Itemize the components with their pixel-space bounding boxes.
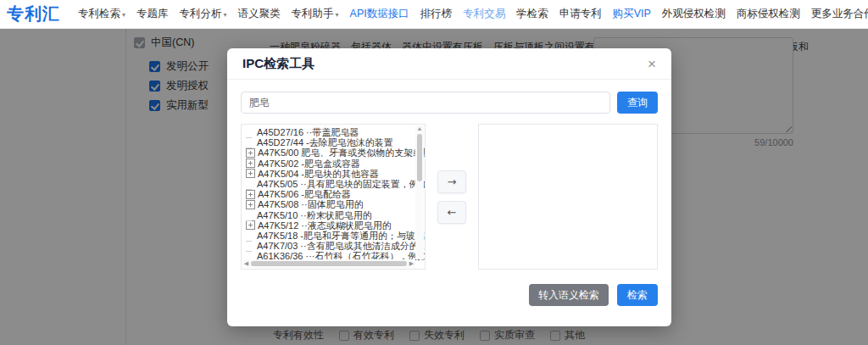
nav-label: 学检索 bbox=[516, 7, 548, 21]
expand-plus-icon[interactable] bbox=[246, 169, 255, 178]
keyword-input[interactable] bbox=[241, 92, 610, 114]
tree-item-label: A47K5/02 -肥皂盒或容器 bbox=[258, 159, 360, 169]
tree-item-label: A47K5/05 ··具有肥皂块的固定装置，例如夹子、栓、 bbox=[257, 179, 426, 189]
nav-label: 专题库 bbox=[136, 7, 169, 21]
nav-trademark-infringement[interactable]: 商标侵权检测 bbox=[737, 7, 800, 21]
nav-label: 购买VIP bbox=[613, 7, 651, 21]
tree-item[interactable]: A47K5/10 ··粉末状肥皂用的 bbox=[245, 210, 415, 220]
nav-buy-vip[interactable]: 购买VIP bbox=[613, 7, 651, 21]
semantic-search-button[interactable]: 转入语义检索 bbox=[529, 284, 609, 306]
nav-label: 专利交易 bbox=[463, 7, 505, 21]
top-navbar: 专利汇 专利检索▾ 专题库 专利分析▾ 语义聚类 专利助手▾ API数据接口 排… bbox=[0, 0, 868, 29]
nav-topic-library[interactable]: 专题库 bbox=[136, 7, 169, 21]
search-row: 查询 bbox=[227, 80, 671, 124]
nav-label: 专利分析 bbox=[180, 7, 222, 21]
search-button[interactable]: 检索 bbox=[617, 284, 658, 306]
tree-item[interactable]: A47K5/05 ··具有肥皂块的固定装置，例如夹子、栓、 bbox=[245, 179, 415, 189]
scroll-right-icon[interactable]: ▶ bbox=[408, 260, 415, 267]
dialog-footer: 转入语义检索 检索 bbox=[227, 270, 671, 306]
tree-item-label: A47K5/04 -肥皂块的其他容器 bbox=[258, 169, 379, 179]
nav-label: API数据接口 bbox=[350, 7, 409, 21]
nav-patent-search[interactable]: 专利检索▾ bbox=[78, 7, 125, 21]
tree-item[interactable]: A47K5/18 -肥皂和牙膏等通用的；与玻璃杯、牙刷等 bbox=[245, 231, 415, 241]
tree-item-label: A47K5/18 -肥皂和牙膏等通用的；与玻璃杯、牙刷等 bbox=[257, 231, 426, 241]
tree-item-label: A45D27/16 ··带盖肥皂器 bbox=[257, 127, 359, 137]
chevron-down-icon: ▾ bbox=[336, 11, 339, 19]
query-button[interactable]: 查询 bbox=[617, 92, 658, 114]
scroll-left-icon[interactable]: ◀ bbox=[242, 260, 250, 267]
scroll-up-icon[interactable]: ▲ bbox=[417, 125, 423, 132]
scrollbar-thumb[interactable] bbox=[417, 134, 422, 181]
selected-ipc-panel[interactable] bbox=[478, 124, 658, 270]
vertical-scrollbar[interactable]: ▲ bbox=[415, 125, 424, 259]
nav-label: 排行榜 bbox=[420, 7, 453, 21]
tree-item-label: A47K5/08 ··固体肥皂用的 bbox=[258, 199, 364, 209]
nav-apply-patent[interactable]: 申请专利 bbox=[559, 7, 602, 21]
nav-label: 更多业务合作 bbox=[811, 7, 868, 21]
nav-label: 申请专利 bbox=[559, 7, 602, 21]
tree-item[interactable]: A47K5/02 -肥皂盒或容器 bbox=[245, 159, 415, 169]
tree-item-label: A45D27/44 -去除肥皂泡沫的装置 bbox=[257, 137, 393, 147]
nav-patent-trade[interactable]: 专利交易 bbox=[463, 7, 505, 21]
nav-label: 专利检索 bbox=[78, 7, 120, 21]
tree-item[interactable]: A47K5/04 -肥皂块的其他容器 bbox=[245, 169, 415, 179]
expand-plus-icon[interactable] bbox=[246, 200, 255, 209]
close-icon[interactable]: × bbox=[648, 57, 656, 71]
nav-label: 外观侵权检测 bbox=[662, 7, 726, 21]
nav-semantic-cluster[interactable]: 语义聚类 bbox=[238, 7, 281, 21]
chevron-down-icon: ▾ bbox=[122, 11, 125, 19]
dialog-body: A45D27/16 ··带盖肥皂器 A45D27/44 -去除肥皂泡沫的装置 A… bbox=[227, 124, 671, 270]
move-right-button[interactable]: → bbox=[437, 170, 466, 193]
expand-plus-icon[interactable] bbox=[246, 190, 255, 199]
tree-item[interactable]: A47K5/00 肥皂、牙膏或类似物的支架或配给器 bbox=[245, 147, 415, 158]
expand-plus-icon[interactable] bbox=[246, 220, 255, 230]
tree-item[interactable]: A45D27/44 -去除肥皂泡沫的装置 bbox=[245, 137, 415, 147]
nav-patent-analysis[interactable]: 专利分析▾ bbox=[180, 7, 227, 21]
site-logo[interactable]: 专利汇 bbox=[7, 3, 60, 25]
tree-item[interactable]: A47K7/03 ··含有肥皂或其他清洁成分的，例如浸渍式 bbox=[245, 241, 415, 251]
tree-item[interactable]: A45D27/16 ··带盖肥皂器 bbox=[245, 127, 415, 137]
dialog-header: IPC检索工具 × bbox=[227, 48, 671, 80]
horizontal-scrollbar[interactable]: ◀ ▶ bbox=[242, 259, 415, 268]
move-left-button[interactable]: ← bbox=[437, 201, 466, 224]
transfer-controls: → ← bbox=[426, 124, 478, 270]
nav-more-business[interactable]: 更多业务合作 bbox=[811, 7, 868, 21]
scrollbar-thumb[interactable] bbox=[251, 261, 407, 266]
tree-item[interactable]: A47K5/06 -肥皂配给器 bbox=[245, 189, 415, 199]
nav-design-infringement[interactable]: 外观侵权检测 bbox=[662, 7, 726, 21]
nav-learn-search[interactable]: 学检索 bbox=[516, 7, 548, 21]
nav-patent-assistant[interactable]: 专利助手▾ bbox=[292, 7, 339, 21]
tree-item[interactable]: A47K5/12 ··液态或糊状肥皂用的 bbox=[245, 220, 415, 231]
tree-item-label: A47K5/06 -肥皂配给器 bbox=[258, 189, 351, 199]
expand-plus-icon[interactable] bbox=[246, 148, 255, 158]
tree-item-label: A47K5/10 ··粉末状肥皂用的 bbox=[257, 210, 372, 220]
chevron-down-icon: ▾ bbox=[224, 11, 227, 19]
tree-item[interactable]: A47K5/08 ··固体肥皂用的 bbox=[245, 199, 415, 209]
ipc-search-tool-dialog: IPC检索工具 × 查询 A45D27/16 ··带盖肥皂器 A45D27/44… bbox=[227, 48, 671, 326]
nav-label: 商标侵权检测 bbox=[737, 7, 800, 21]
expand-plus-icon[interactable] bbox=[246, 159, 255, 168]
tree-item-label: A47K5/12 ··液态或糊状肥皂用的 bbox=[258, 220, 392, 231]
nav-api-interface[interactable]: API数据接口 bbox=[350, 7, 409, 21]
dialog-title: IPC检索工具 bbox=[242, 56, 314, 72]
ipc-tree-list[interactable]: A45D27/16 ··带盖肥皂器 A45D27/44 -去除肥皂泡沫的装置 A… bbox=[241, 124, 426, 270]
tree-item-label: A47K5/00 肥皂、牙膏或类似物的支架或配给器 bbox=[258, 147, 426, 158]
nav-label: 语义聚类 bbox=[238, 7, 281, 21]
nav-label: 专利助手 bbox=[292, 7, 334, 21]
tree-item-label: A47K7/03 ··含有肥皂或其他清洁成分的，例如浸渍式 bbox=[257, 241, 426, 251]
nav-ranking[interactable]: 排行榜 bbox=[420, 7, 453, 21]
